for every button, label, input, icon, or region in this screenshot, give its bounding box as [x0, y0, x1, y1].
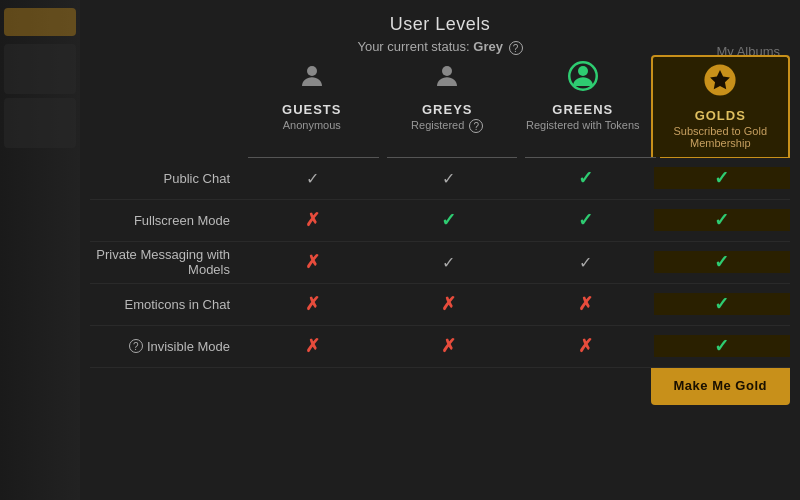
- check-green-icon: ✓: [714, 294, 729, 314]
- gold-star-icon: [657, 63, 785, 104]
- greys-help-icon[interactable]: ?: [469, 119, 483, 133]
- status-bar: Your current status: Grey ?: [80, 39, 800, 55]
- feature-label: Private Messaging with Models: [90, 247, 244, 277]
- divider-greys: [387, 157, 518, 158]
- feature-val-golds: ✓: [654, 209, 791, 231]
- sidebar-item-ghost-2: [4, 98, 76, 148]
- status-help-icon[interactable]: ?: [509, 41, 523, 55]
- divider-feature-col: [90, 157, 244, 158]
- feature-row: ?Invisible Mode✗✗✗✓: [90, 326, 790, 368]
- greens-subtitle: Registered with Tokens: [519, 119, 647, 131]
- feature-val-greys: ✓: [381, 168, 518, 189]
- mmg-empty-3: [515, 368, 651, 405]
- feature-val-greys: ✗: [381, 335, 518, 357]
- mmg-spacer: [90, 368, 244, 405]
- feature-val-greens: ✓: [517, 167, 654, 189]
- svg-point-0: [307, 66, 317, 76]
- feature-val-greys: ✓: [381, 252, 518, 273]
- status-value: Grey: [473, 39, 503, 54]
- divider-guests: [248, 157, 379, 158]
- feature-rows: Public Chat✓✓✓✓Fullscreen Mode✗✓✓✓Privat…: [80, 158, 800, 368]
- levels-header: GUESTS Anonymous GREYS Registered ?: [90, 55, 790, 157]
- status-label: Your current status:: [357, 39, 469, 54]
- make-me-gold-button[interactable]: Make Me Gold: [653, 368, 789, 403]
- subscribe-btn-ghost: [4, 8, 76, 36]
- guests-subtitle: Anonymous: [248, 119, 376, 131]
- svg-point-1: [442, 66, 452, 76]
- page-container: User Levels Your current status: Grey ? …: [0, 0, 800, 500]
- guests-name: GUESTS: [248, 102, 376, 117]
- svg-point-2: [578, 66, 588, 76]
- feature-row: Fullscreen Mode✗✓✓✓: [90, 200, 790, 242]
- cross-red-icon: ✗: [578, 294, 593, 314]
- level-col-guests: GUESTS Anonymous: [244, 55, 380, 157]
- feature-label: Fullscreen Mode: [90, 213, 244, 228]
- golds-subtitle: Subscribed to Gold Membership: [657, 125, 785, 149]
- check-green-icon: ✓: [714, 336, 729, 356]
- feature-val-greys: ✗: [381, 293, 518, 315]
- greens-name: GREENS: [519, 102, 647, 117]
- green-icon: [519, 61, 647, 98]
- mmg-btn-col: Make Me Gold: [651, 368, 791, 405]
- cross-red-icon: ✗: [578, 336, 593, 356]
- check-grey-icon: ✓: [442, 254, 455, 271]
- feature-val-guests: ✗: [244, 209, 381, 231]
- feature-val-golds: ✓: [654, 251, 791, 273]
- feature-row: Private Messaging with Models✗✓✓✓: [90, 242, 790, 284]
- page-title: User Levels: [80, 0, 800, 35]
- feature-row: Public Chat✓✓✓✓: [90, 158, 790, 200]
- feature-val-guests: ✓: [244, 168, 381, 189]
- feature-help-icon[interactable]: ?: [129, 339, 143, 353]
- level-col-greys: GREYS Registered ?: [380, 55, 516, 157]
- level-col-greens: GREENS Registered with Tokens: [515, 55, 651, 157]
- divider-greens: [525, 157, 656, 158]
- feature-col-header: [90, 55, 244, 157]
- check-green-icon: ✓: [714, 252, 729, 272]
- mmg-empty-2: [380, 368, 516, 405]
- feature-label: ?Invisible Mode: [90, 339, 244, 354]
- golds-name: GOLDS: [657, 108, 785, 123]
- check-green-icon: ✓: [441, 210, 456, 230]
- check-green-icon: ✓: [714, 210, 729, 230]
- main-content: User Levels Your current status: Grey ? …: [80, 0, 800, 500]
- feature-val-guests: ✗: [244, 293, 381, 315]
- feature-val-golds: ✓: [654, 335, 791, 357]
- divider-golds: [660, 157, 791, 158]
- feature-val-greens: ✓: [517, 209, 654, 231]
- cross-red-icon: ✗: [305, 336, 320, 356]
- feature-label: Emoticons in Chat: [90, 297, 244, 312]
- feature-val-greens: ✗: [517, 335, 654, 357]
- feature-val-golds: ✓: [654, 167, 791, 189]
- feature-val-greens: ✓: [517, 252, 654, 273]
- make-me-gold-row: Make Me Gold: [90, 368, 790, 405]
- grey-icon: [384, 61, 512, 98]
- feature-row: Emoticons in Chat✗✗✗✓: [90, 284, 790, 326]
- level-col-golds: GOLDS Subscribed to Gold Membership: [651, 55, 791, 157]
- check-grey-icon: ✓: [306, 170, 319, 187]
- cross-red-icon: ✗: [305, 210, 320, 230]
- cross-red-icon: ✗: [441, 336, 456, 356]
- check-grey-icon: ✓: [442, 170, 455, 187]
- check-green-icon: ✓: [578, 168, 593, 188]
- divider-row: [90, 157, 790, 158]
- greys-subtitle: Registered ?: [384, 119, 512, 133]
- guest-icon: [248, 61, 376, 98]
- feature-val-guests: ✗: [244, 335, 381, 357]
- feature-label: Public Chat: [90, 171, 244, 186]
- feature-val-golds: ✓: [654, 293, 791, 315]
- feature-val-guests: ✗: [244, 251, 381, 273]
- feature-val-greys: ✓: [381, 209, 518, 231]
- sidebar-ghost: [0, 0, 80, 500]
- greys-name: GREYS: [384, 102, 512, 117]
- cross-red-icon: ✗: [305, 294, 320, 314]
- cross-red-icon: ✗: [305, 252, 320, 272]
- check-green-icon: ✓: [578, 210, 593, 230]
- cross-red-icon: ✗: [441, 294, 456, 314]
- check-green-icon: ✓: [714, 168, 729, 188]
- sidebar-item-ghost: [4, 44, 76, 94]
- feature-val-greens: ✗: [517, 293, 654, 315]
- check-grey-icon: ✓: [579, 254, 592, 271]
- mmg-empty-1: [244, 368, 380, 405]
